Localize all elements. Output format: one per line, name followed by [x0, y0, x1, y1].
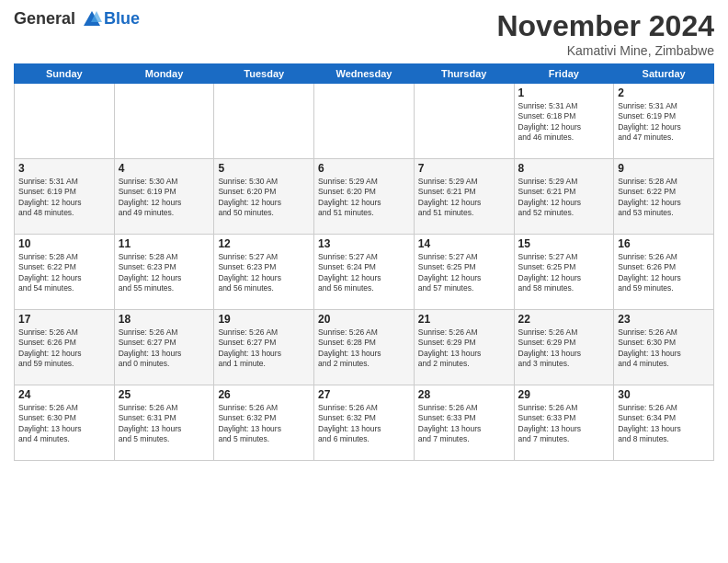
- day-info: Sunrise: 5:26 AM Sunset: 6:26 PM Dayligh…: [618, 252, 710, 294]
- day-cell: 4Sunrise: 5:30 AM Sunset: 6:19 PM Daylig…: [114, 159, 214, 235]
- day-cell: 16Sunrise: 5:26 AM Sunset: 6:26 PM Dayli…: [614, 235, 714, 310]
- col-wednesday: Wednesday: [314, 64, 415, 84]
- day-info: Sunrise: 5:26 AM Sunset: 6:33 PM Dayligh…: [518, 403, 610, 445]
- day-info: Sunrise: 5:28 AM Sunset: 6:23 PM Dayligh…: [119, 252, 210, 294]
- day-number: 3: [18, 162, 110, 175]
- day-number: 5: [218, 162, 310, 175]
- day-info: Sunrise: 5:31 AM Sunset: 6:19 PM Dayligh…: [18, 177, 110, 219]
- day-cell: 27Sunrise: 5:26 AM Sunset: 6:32 PM Dayli…: [314, 385, 415, 461]
- month-title: November 2024: [496, 9, 714, 43]
- day-info: Sunrise: 5:28 AM Sunset: 6:22 PM Dayligh…: [618, 177, 710, 219]
- day-cell: [214, 84, 314, 159]
- day-cell: 29Sunrise: 5:26 AM Sunset: 6:33 PM Dayli…: [514, 385, 614, 461]
- day-number: 13: [318, 237, 410, 250]
- day-info: Sunrise: 5:26 AM Sunset: 6:31 PM Dayligh…: [119, 403, 210, 445]
- day-cell: 17Sunrise: 5:26 AM Sunset: 6:26 PM Dayli…: [15, 310, 115, 385]
- day-cell: 1Sunrise: 5:31 AM Sunset: 6:18 PM Daylig…: [514, 84, 614, 159]
- day-info: Sunrise: 5:26 AM Sunset: 6:32 PM Dayligh…: [318, 403, 410, 445]
- day-cell: [15, 84, 115, 159]
- day-info: Sunrise: 5:28 AM Sunset: 6:22 PM Dayligh…: [18, 252, 110, 294]
- col-monday: Monday: [114, 64, 214, 84]
- day-cell: 21Sunrise: 5:26 AM Sunset: 6:29 PM Dayli…: [414, 310, 514, 385]
- day-number: 15: [518, 237, 610, 250]
- day-cell: 3Sunrise: 5:31 AM Sunset: 6:19 PM Daylig…: [15, 159, 115, 235]
- header-row: Sunday Monday Tuesday Wednesday Thursday…: [15, 64, 714, 84]
- day-info: Sunrise: 5:26 AM Sunset: 6:29 PM Dayligh…: [418, 327, 510, 370]
- day-info: Sunrise: 5:27 AM Sunset: 6:25 PM Dayligh…: [518, 252, 610, 294]
- day-number: 25: [119, 388, 210, 401]
- day-number: 2: [618, 86, 710, 99]
- day-info: Sunrise: 5:30 AM Sunset: 6:20 PM Dayligh…: [218, 177, 310, 219]
- day-cell: 28Sunrise: 5:26 AM Sunset: 6:33 PM Dayli…: [414, 385, 514, 461]
- day-cell: 18Sunrise: 5:26 AM Sunset: 6:27 PM Dayli…: [114, 310, 214, 385]
- day-info: Sunrise: 5:26 AM Sunset: 6:30 PM Dayligh…: [18, 403, 110, 445]
- day-cell: [414, 84, 514, 159]
- day-cell: 13Sunrise: 5:27 AM Sunset: 6:24 PM Dayli…: [314, 235, 415, 310]
- day-cell: 5Sunrise: 5:30 AM Sunset: 6:20 PM Daylig…: [214, 159, 314, 235]
- week-row-3: 10Sunrise: 5:28 AM Sunset: 6:22 PM Dayli…: [15, 235, 714, 310]
- day-cell: 10Sunrise: 5:28 AM Sunset: 6:22 PM Dayli…: [15, 235, 115, 310]
- day-info: Sunrise: 5:26 AM Sunset: 6:27 PM Dayligh…: [119, 327, 210, 370]
- day-cell: 30Sunrise: 5:26 AM Sunset: 6:34 PM Dayli…: [614, 385, 714, 461]
- day-cell: 15Sunrise: 5:27 AM Sunset: 6:25 PM Dayli…: [514, 235, 614, 310]
- col-tuesday: Tuesday: [214, 64, 314, 84]
- day-number: 22: [518, 313, 610, 326]
- day-number: 10: [18, 237, 110, 250]
- day-cell: [314, 84, 415, 159]
- day-cell: 7Sunrise: 5:29 AM Sunset: 6:21 PM Daylig…: [414, 159, 514, 235]
- day-cell: 22Sunrise: 5:26 AM Sunset: 6:29 PM Dayli…: [514, 310, 614, 385]
- day-cell: 25Sunrise: 5:26 AM Sunset: 6:31 PM Dayli…: [114, 385, 214, 461]
- day-cell: 26Sunrise: 5:26 AM Sunset: 6:32 PM Dayli…: [214, 385, 314, 461]
- day-cell: 23Sunrise: 5:26 AM Sunset: 6:30 PM Dayli…: [614, 310, 714, 385]
- day-info: Sunrise: 5:26 AM Sunset: 6:29 PM Dayligh…: [518, 327, 610, 370]
- day-number: 8: [518, 162, 610, 175]
- day-info: Sunrise: 5:26 AM Sunset: 6:30 PM Dayligh…: [618, 327, 710, 370]
- day-number: 24: [18, 388, 110, 401]
- day-info: Sunrise: 5:26 AM Sunset: 6:34 PM Dayligh…: [618, 403, 710, 445]
- day-number: 19: [218, 313, 310, 326]
- week-row-4: 17Sunrise: 5:26 AM Sunset: 6:26 PM Dayli…: [15, 310, 714, 385]
- day-number: 9: [618, 162, 710, 175]
- day-info: Sunrise: 5:27 AM Sunset: 6:24 PM Dayligh…: [318, 252, 410, 294]
- day-cell: 24Sunrise: 5:26 AM Sunset: 6:30 PM Dayli…: [15, 385, 115, 461]
- header: General Blue November 2024 Kamativi Mine…: [14, 9, 714, 58]
- day-number: 17: [18, 313, 110, 326]
- day-number: 1: [518, 86, 610, 99]
- day-info: Sunrise: 5:30 AM Sunset: 6:19 PM Dayligh…: [119, 177, 210, 219]
- day-number: 23: [618, 313, 710, 326]
- day-cell: 14Sunrise: 5:27 AM Sunset: 6:25 PM Dayli…: [414, 235, 514, 310]
- day-number: 30: [618, 388, 710, 401]
- day-info: Sunrise: 5:29 AM Sunset: 6:20 PM Dayligh…: [318, 177, 410, 219]
- title-block: November 2024 Kamativi Mine, Zimbabwe: [496, 9, 714, 58]
- day-number: 28: [418, 388, 510, 401]
- day-info: Sunrise: 5:31 AM Sunset: 6:18 PM Dayligh…: [518, 101, 610, 144]
- day-number: 4: [119, 162, 210, 175]
- day-number: 6: [318, 162, 410, 175]
- day-info: Sunrise: 5:27 AM Sunset: 6:25 PM Dayligh…: [418, 252, 510, 294]
- day-number: 11: [119, 237, 210, 250]
- day-cell: 20Sunrise: 5:26 AM Sunset: 6:28 PM Dayli…: [314, 310, 415, 385]
- col-thursday: Thursday: [414, 64, 514, 84]
- week-row-2: 3Sunrise: 5:31 AM Sunset: 6:19 PM Daylig…: [15, 159, 714, 235]
- day-number: 14: [418, 237, 510, 250]
- logo: General Blue: [14, 9, 140, 29]
- week-row-1: 1Sunrise: 5:31 AM Sunset: 6:18 PM Daylig…: [15, 84, 714, 159]
- day-info: Sunrise: 5:26 AM Sunset: 6:28 PM Dayligh…: [318, 327, 410, 370]
- day-info: Sunrise: 5:29 AM Sunset: 6:21 PM Dayligh…: [518, 177, 610, 219]
- day-info: Sunrise: 5:26 AM Sunset: 6:27 PM Dayligh…: [218, 327, 310, 370]
- logo-blue: Blue: [104, 10, 140, 29]
- day-number: 7: [418, 162, 510, 175]
- location: Kamativi Mine, Zimbabwe: [496, 43, 714, 58]
- day-number: 18: [119, 313, 210, 326]
- day-info: Sunrise: 5:26 AM Sunset: 6:32 PM Dayligh…: [218, 403, 310, 445]
- day-info: Sunrise: 5:26 AM Sunset: 6:26 PM Dayligh…: [18, 327, 110, 370]
- day-number: 27: [318, 388, 410, 401]
- day-cell: 11Sunrise: 5:28 AM Sunset: 6:23 PM Dayli…: [114, 235, 214, 310]
- day-cell: 9Sunrise: 5:28 AM Sunset: 6:22 PM Daylig…: [614, 159, 714, 235]
- day-number: 26: [218, 388, 310, 401]
- logo-general: General: [14, 9, 75, 28]
- day-cell: 12Sunrise: 5:27 AM Sunset: 6:23 PM Dayli…: [214, 235, 314, 310]
- day-info: Sunrise: 5:29 AM Sunset: 6:21 PM Dayligh…: [418, 177, 510, 219]
- day-number: 12: [218, 237, 310, 250]
- week-row-5: 24Sunrise: 5:26 AM Sunset: 6:30 PM Dayli…: [15, 385, 714, 461]
